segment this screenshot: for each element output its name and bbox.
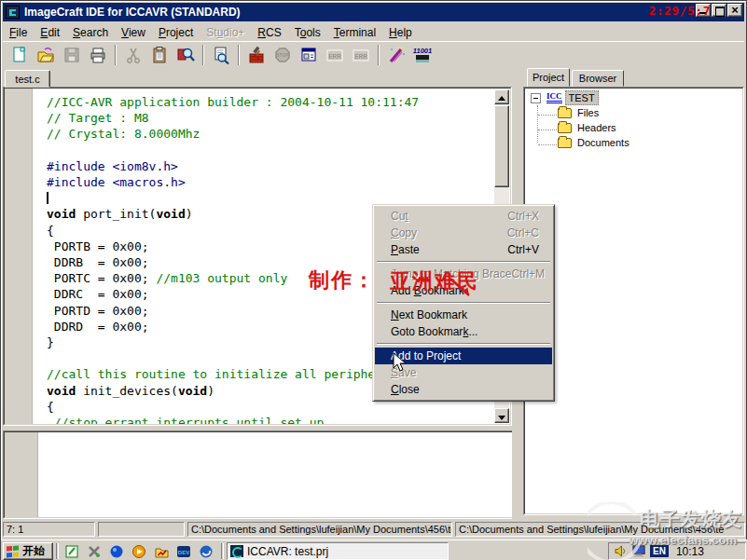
code-line: // Target : M8: [47, 110, 493, 126]
context-menu-item-jump-to-matching-brace: Jump to Matching BraceCtrl+M: [375, 266, 552, 282]
menu-project[interactable]: Project: [152, 24, 200, 41]
menu-bar: FileEditSearchViewProjectStudio+RCSTools…: [3, 23, 744, 41]
menu-search[interactable]: Search: [66, 24, 115, 41]
svg-text:ERR: ERR: [328, 53, 341, 60]
svg-text:STOP: STOP: [276, 52, 289, 58]
tree-item-headers[interactable]: Headers: [527, 120, 740, 135]
editor-gutter: [5, 89, 33, 424]
context-menu-item-paste[interactable]: PasteCtrl+V: [375, 241, 552, 258]
title-bar[interactable]: ImageCraft IDE for ICCAVR (STANDARD): [3, 3, 744, 21]
device-programmer-icon: 11001: [412, 45, 433, 65]
context-menu-item-goto-bookmark[interactable]: Goto Bookmark...: [375, 323, 552, 340]
open-file-icon: [35, 45, 56, 65]
taskbar-button-iccavr[interactable]: ICCAVR: test.prj: [227, 542, 449, 560]
context-menu-item-add-bookmark[interactable]: Add Bookmark: [375, 282, 552, 299]
scroll-down-button[interactable]: [494, 408, 509, 423]
context-menu-shortcut: Ctrl+X: [507, 208, 539, 225]
context-menu-item-close[interactable]: Close: [375, 381, 552, 398]
iccavr-app-icon: [230, 545, 243, 557]
menu-edit[interactable]: Edit: [34, 24, 66, 41]
new-file-icon: [9, 45, 30, 65]
stop-build-button: STOP: [270, 44, 295, 67]
next-error-button: ERR: [349, 44, 373, 67]
menu-view[interactable]: View: [115, 24, 152, 41]
find-replace-button[interactable]: [173, 44, 198, 67]
find-in-files-button[interactable]: [209, 44, 233, 67]
quicklaunch-folder-chart-icon[interactable]: [150, 542, 173, 560]
output-pane[interactable]: [3, 430, 518, 519]
cut-button: [121, 44, 145, 67]
open-file-button[interactable]: [34, 44, 58, 67]
close-button[interactable]: [727, 4, 742, 17]
quicklaunch-media-play-icon[interactable]: [128, 542, 150, 560]
toolbar-separator: [378, 45, 380, 65]
context-menu-item-next-bookmark[interactable]: Next Bookmark: [375, 307, 552, 323]
tab-browser[interactable]: Browser: [572, 70, 624, 87]
display-settings-icon[interactable]: [632, 544, 646, 558]
menu-tools[interactable]: Tools: [288, 24, 327, 41]
paste-icon: [149, 45, 170, 65]
app-window: ImageCraft IDE for ICCAVR (STANDARD) 2:2…: [0, 0, 747, 560]
paste-button[interactable]: [147, 44, 172, 67]
folder-icon: [558, 108, 572, 118]
menu-rcs[interactable]: RCS: [251, 24, 287, 41]
application-wizard-icon: [386, 45, 407, 65]
scroll-thumb[interactable]: [494, 105, 509, 187]
tree-item-label: Files: [577, 107, 599, 118]
folder-icon: [558, 138, 572, 148]
application-wizard-button[interactable]: [384, 44, 408, 67]
save-file-button: [60, 44, 84, 67]
new-file-button[interactable]: [7, 44, 32, 67]
device-programmer-button[interactable]: 11001: [410, 44, 435, 67]
quicklaunch-dev-icon[interactable]: DEV: [173, 542, 195, 560]
toolbar-separator: [202, 45, 204, 65]
app-icon[interactable]: [6, 6, 20, 19]
blue-sphere-icon: [109, 544, 124, 559]
text-caret: [47, 192, 48, 204]
tree-root-row[interactable]: ICC TEST: [527, 90, 740, 105]
quicklaunch-tools-icon[interactable]: [83, 542, 105, 560]
quicklaunch-swirl-icon[interactable]: [195, 542, 217, 560]
build-project-button[interactable]: [244, 44, 269, 67]
cut-icon: [123, 45, 144, 65]
code-line: //ICC-AVR application builder : 2004-10-…: [47, 94, 493, 110]
status-file-path-2: C:\Documents and Settings\lufeijian\My D…: [455, 522, 745, 537]
start-button[interactable]: 开始: [3, 542, 53, 560]
tree-root-label[interactable]: TEST: [565, 90, 599, 105]
context-menu-item-save: Save: [375, 364, 552, 381]
tree-collapse-toggle[interactable]: [531, 93, 541, 103]
print-button[interactable]: [86, 44, 110, 67]
svg-text:11001: 11001: [413, 47, 432, 55]
toolbar-separator: [115, 45, 117, 65]
language-indicator[interactable]: EN: [650, 545, 669, 557]
project-options-button[interactable]: [297, 44, 321, 67]
tree-item-files[interactable]: Files: [527, 105, 740, 120]
menu-terminal[interactable]: Terminal: [327, 24, 382, 41]
previous-error-button: ERR: [323, 44, 347, 67]
tree-item-documents[interactable]: Documents: [527, 135, 740, 150]
quicklaunch-editor-icon[interactable]: [61, 542, 83, 560]
next-error-icon: ERR: [351, 45, 371, 65]
quicklaunch-blue-sphere-icon[interactable]: [105, 542, 128, 560]
scroll-up-button[interactable]: [494, 89, 509, 104]
project-tree: ICC TEST Files Headers Documents: [527, 90, 740, 512]
maximize-button[interactable]: [712, 4, 726, 17]
tab-test-c-label: test.c: [15, 74, 39, 85]
volume-icon[interactable]: [615, 544, 629, 558]
tab-project-label: Project: [533, 72, 564, 83]
quick-launch-bar: DEV: [61, 542, 217, 560]
folder-chart-icon: [154, 544, 169, 559]
menu-file[interactable]: File: [3, 24, 34, 41]
find-replace-icon: [175, 45, 196, 65]
toolbar-separator: [238, 45, 240, 65]
arrow-down-icon: [497, 413, 506, 422]
tab-test-c[interactable]: test.c: [5, 70, 50, 88]
tray-clock[interactable]: 10:13: [676, 545, 704, 558]
menu-help[interactable]: Help: [382, 24, 419, 41]
context-menu-shortcut: Ctrl+V: [507, 241, 539, 258]
tab-project[interactable]: Project: [527, 68, 570, 87]
context-menu: CutCtrl+XCopyCtrl+CPasteCtrl+VJump to Ma…: [372, 204, 555, 402]
stop-build-icon: STOP: [272, 45, 293, 65]
context-menu-item-add-to-project[interactable]: Add to Project: [375, 348, 552, 364]
toolbar: STOPERRERR11001: [3, 41, 744, 68]
